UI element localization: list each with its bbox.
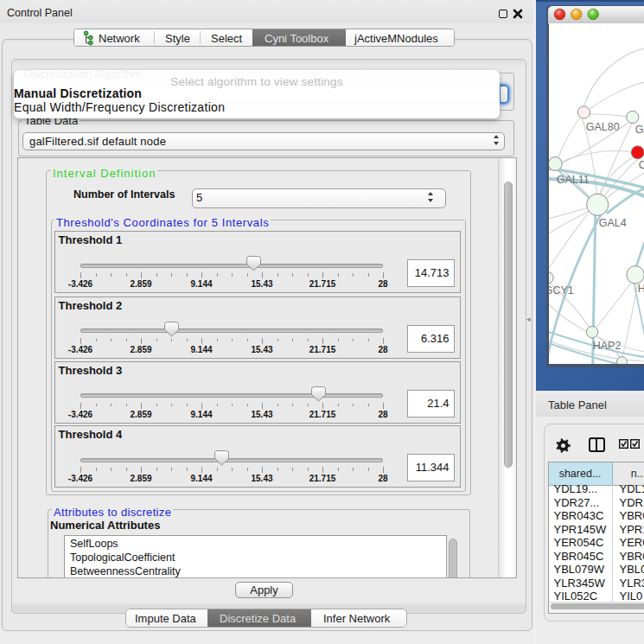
svg-text:GA: GA	[634, 124, 644, 136]
svg-text:C: C	[638, 159, 644, 171]
svg-text:GAL4: GAL4	[598, 217, 626, 229]
svg-text:H: H	[637, 283, 644, 295]
svg-text:GAL80: GAL80	[585, 121, 619, 133]
svg-text:GCY1: GCY1	[549, 284, 574, 296]
svg-text:HAP2: HAP2	[592, 340, 621, 352]
svg-text:GAL11: GAL11	[556, 174, 589, 186]
